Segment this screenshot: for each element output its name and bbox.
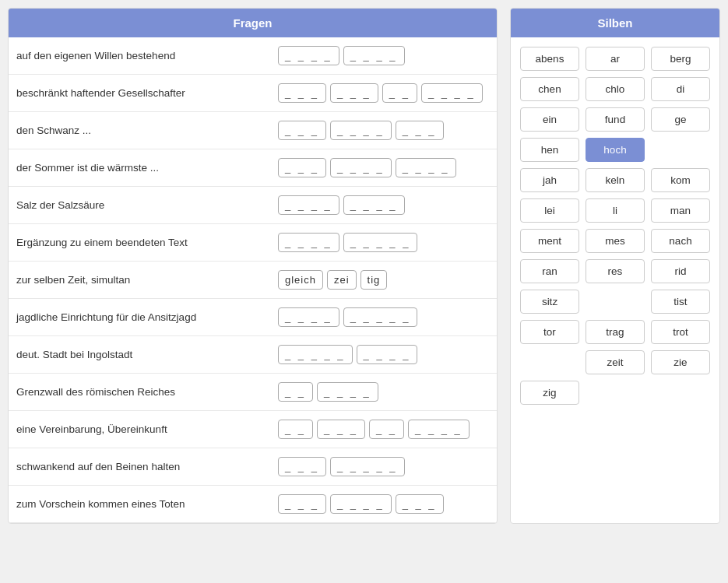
- answer-slots: _ __ _ __ __ _ _ _: [278, 420, 470, 439]
- answer-slots: _ _ __ _ __ __ _ _ _: [278, 83, 483, 103]
- silbe-item[interactable]: mes: [586, 229, 645, 253]
- answer-slot[interactable]: zei: [327, 270, 357, 290]
- question-text: beschränkt haftender Gesellschafter: [16, 87, 273, 99]
- silbe-item[interactable]: abens: [520, 47, 579, 71]
- silbe-item[interactable]: man: [651, 198, 710, 223]
- silbe-item[interactable]: lei: [520, 198, 579, 223]
- answer-slot[interactable]: _ _ _ _: [343, 195, 405, 215]
- answer-slots: _ _ __ _ _ __ _ _: [278, 494, 444, 514]
- silbe-item[interactable]: keln: [586, 168, 645, 192]
- silbe-item[interactable]: rid: [651, 259, 710, 283]
- question-row: jagdliche Einrichtung für die Ansitzjagd…: [9, 299, 497, 336]
- silbe-item[interactable]: di: [651, 77, 710, 101]
- main-container: Fragen auf den eigenen Willen bestehend_…: [8, 8, 720, 524]
- question-row: zur selben Zeit, simultangleichzeitig: [9, 262, 497, 299]
- silbe-item[interactable]: trot: [651, 320, 710, 344]
- question-row: beschränkt haftender Gesellschafter_ _ _…: [9, 75, 497, 112]
- answer-slot[interactable]: _ _ _: [330, 83, 378, 103]
- question-row: den Schwanz ..._ _ __ _ _ __ _ _: [9, 112, 497, 149]
- answer-slot[interactable]: _ _ _: [317, 420, 365, 439]
- answer-slot[interactable]: _ _ _ _: [330, 121, 392, 140]
- answer-slot[interactable]: _ _ _ _ _: [343, 307, 418, 327]
- question-row: zum Vorschein kommen eines Toten_ _ __ _…: [9, 486, 497, 523]
- answer-slots: _ _ _ __ _ _ _ _: [278, 233, 417, 252]
- silbe-item[interactable]: fund: [586, 107, 645, 132]
- question-text: zur selben Zeit, simultan: [16, 274, 273, 286]
- answer-slots: _ _ __ _ _ __ _ _ _: [278, 158, 456, 177]
- silbe-item[interactable]: trag: [586, 320, 645, 344]
- silbe-item[interactable]: tist: [651, 290, 710, 314]
- answer-slot[interactable]: _ _ _ _: [330, 158, 392, 177]
- silbe-item[interactable]: chen: [520, 77, 579, 101]
- question-row: Grenzwall des römischen Reiches_ __ _ _ …: [9, 374, 497, 411]
- answer-slot[interactable]: _ _ _: [278, 494, 326, 514]
- silbe-item[interactable]: kom: [651, 168, 710, 192]
- answer-slots: _ _ __ _ _ __ _ _: [278, 121, 444, 140]
- question-text: der Sommer ist die wärmste ...: [16, 162, 273, 174]
- answer-slot[interactable]: _ _ _ _: [278, 307, 339, 327]
- answer-slot[interactable]: _ _ _ _: [330, 494, 392, 514]
- fragen-panel: Fragen auf den eigenen Willen bestehend_…: [8, 8, 498, 524]
- question-text: Grenzwall des römischen Reiches: [16, 386, 273, 398]
- silbe-item[interactable]: zeit: [586, 350, 645, 374]
- answer-slots: _ _ _ __ _ _ _: [278, 46, 405, 65]
- silbe-item[interactable]: ge: [651, 107, 710, 132]
- silbe-item[interactable]: ment: [520, 229, 579, 253]
- silbe-item[interactable]: hoch: [586, 138, 645, 162]
- question-text: den Schwanz ...: [16, 125, 273, 136]
- answer-slot[interactable]: _ _ _ _: [278, 195, 339, 215]
- silbe-item[interactable]: chlo: [586, 77, 645, 101]
- answer-slot[interactable]: _ _ _: [396, 494, 444, 514]
- answer-slot[interactable]: _ _ _ _: [278, 46, 339, 65]
- answer-slot[interactable]: _ _ _: [396, 121, 444, 140]
- silbe-item[interactable]: nach: [651, 229, 710, 253]
- silbe-item[interactable]: jah: [520, 168, 579, 192]
- answer-slot[interactable]: _ _ _: [278, 158, 326, 177]
- answer-slot[interactable]: _ _ _ _ _: [278, 345, 353, 364]
- silben-grid: abensarbergchenchlodieinfundgehenhochjah…: [511, 37, 719, 414]
- silbe-item[interactable]: zie: [651, 350, 710, 374]
- answer-slot[interactable]: _ _ _ _ _: [343, 233, 418, 252]
- silbe-item[interactable]: berg: [651, 47, 710, 71]
- fragen-header: Fragen: [9, 9, 497, 37]
- answer-slot[interactable]: _ _ _: [278, 121, 326, 140]
- answer-slot[interactable]: _ _ _: [278, 83, 326, 103]
- answer-slot[interactable]: _ _ _ _: [343, 46, 405, 65]
- answer-slot[interactable]: tig: [360, 270, 388, 290]
- questions-list: auf den eigenen Willen bestehend_ _ _ __…: [9, 37, 497, 523]
- answer-slot[interactable]: _ _: [278, 382, 313, 402]
- silbe-item[interactable]: ein: [520, 107, 579, 132]
- question-row: Salz der Salzsäure_ _ _ __ _ _ _: [9, 187, 497, 224]
- answer-slot[interactable]: _ _: [369, 420, 404, 439]
- question-row: schwankend auf den Beinen halten_ _ __ _…: [9, 448, 497, 486]
- answer-slot[interactable]: gleich: [278, 270, 323, 290]
- answer-slot[interactable]: _ _ _ _: [317, 382, 378, 402]
- silben-header: Silben: [511, 9, 719, 37]
- question-text: schwankend auf den Beinen halten: [16, 461, 273, 472]
- answer-slots: _ _ __ _ _ _ _: [278, 457, 405, 476]
- answer-slot[interactable]: _ _: [382, 83, 417, 103]
- question-text: zum Vorschein kommen eines Toten: [16, 498, 273, 510]
- question-row: deut. Stadt bei Ingolstadt_ _ _ _ __ _ _…: [9, 336, 497, 374]
- answer-slot[interactable]: _ _ _ _: [421, 83, 483, 103]
- silbe-item[interactable]: ran: [520, 259, 579, 283]
- answer-slot[interactable]: _ _ _: [278, 457, 326, 476]
- question-text: jagdliche Einrichtung für die Ansitzjagd: [16, 311, 273, 323]
- answer-slot[interactable]: _ _ _ _ _: [330, 457, 405, 476]
- silbe-item[interactable]: tor: [520, 320, 579, 344]
- silbe-item[interactable]: li: [586, 198, 645, 223]
- answer-slot[interactable]: _ _ _ _: [357, 345, 418, 364]
- silbe-item[interactable]: zig: [520, 381, 579, 405]
- question-row: der Sommer ist die wärmste ..._ _ __ _ _…: [9, 149, 497, 187]
- silbe-item[interactable]: ar: [586, 47, 645, 71]
- question-text: Ergänzung zu einem beendeten Text: [16, 237, 273, 248]
- question-text: Salz der Salzsäure: [16, 199, 273, 211]
- question-row: auf den eigenen Willen bestehend_ _ _ __…: [9, 37, 497, 75]
- answer-slot[interactable]: _ _ _ _: [408, 420, 470, 439]
- silbe-item[interactable]: sitz: [520, 290, 579, 314]
- answer-slot[interactable]: _ _ _ _: [396, 158, 457, 177]
- silbe-item[interactable]: hen: [520, 138, 579, 162]
- answer-slot[interactable]: _ _ _ _: [278, 233, 339, 252]
- answer-slot[interactable]: _ _: [278, 420, 313, 439]
- silbe-item[interactable]: res: [586, 259, 645, 283]
